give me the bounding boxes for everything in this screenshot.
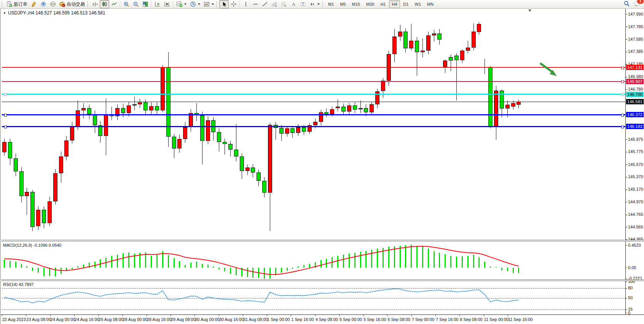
- date-label[interactable]: 23 Aug 08:00: [26, 317, 51, 322]
- timeframe-D1[interactable]: D1: [401, 0, 411, 8]
- chart-window[interactable]: [0, 9, 644, 324]
- date-label[interactable]: 24 Aug 00:00: [51, 317, 75, 322]
- chart-forward-button[interactable]: [153, 0, 162, 8]
- price-tick-label[interactable]: 145.370: [628, 174, 643, 179]
- timeframe-H4[interactable]: H4: [389, 0, 400, 8]
- date-label[interactable]: 7 Sep 16:00: [436, 317, 458, 322]
- price-tick-label[interactable]: 147.385: [628, 49, 643, 54]
- date-label[interactable]: 30 Aug 00:00: [195, 317, 220, 322]
- hline-146.907[interactable]: [2, 81, 625, 82]
- bar-chart-button[interactable]: [90, 0, 100, 8]
- timeframe-M1[interactable]: M1: [325, 0, 336, 8]
- pane-divider[interactable]: [0, 279, 644, 281]
- chevron-down-icon[interactable]: ▼: [3, 11, 6, 15]
- price-tick-label[interactable]: 144.565: [628, 225, 643, 229]
- price-tick-label[interactable]: 147.585: [628, 37, 643, 41]
- date-label[interactable]: 11 Sep 00:00: [484, 317, 509, 322]
- chart-shift-button[interactable]: [162, 0, 172, 8]
- horizontal-line-button[interactable]: [250, 0, 260, 8]
- hline-146.372[interactable]: [2, 114, 625, 115]
- date-label[interactable]: 8 Sep 08:00: [460, 317, 482, 322]
- hline-handle[interactable]: [4, 126, 7, 128]
- line-chart-button[interactable]: [109, 0, 119, 8]
- profiles-icon: [30, 1, 37, 8]
- trendline-button[interactable]: [260, 0, 269, 8]
- new-chart-button[interactable]: [174, 0, 188, 8]
- price-tick-label[interactable]: 144.970: [628, 200, 643, 204]
- price-tick-label[interactable]: 145.775: [628, 149, 643, 154]
- date-label[interactable]: 28 Aug 16:00: [147, 317, 172, 322]
- hline-handle[interactable]: [621, 126, 624, 128]
- crosshair-button[interactable]: [229, 0, 238, 8]
- date-label[interactable]: 24 Aug 16:00: [75, 317, 99, 322]
- zoom-out-button[interactable]: [131, 0, 140, 8]
- vertical-line-button[interactable]: [241, 0, 250, 8]
- timeframe-W1[interactable]: W1: [412, 0, 424, 8]
- price-tick-label[interactable]: 144.765: [628, 212, 643, 217]
- zoom-in-button[interactable]: [121, 0, 131, 8]
- price-tick-label[interactable]: 146.780: [628, 87, 643, 91]
- date-label[interactable]: 22 Aug 2023: [2, 317, 26, 322]
- timeframe-H1[interactable]: H1: [378, 0, 388, 8]
- channel-button[interactable]: E: [269, 0, 279, 8]
- hline-handle[interactable]: [4, 114, 7, 117]
- price-tick-label[interactable]: 145.570: [628, 162, 643, 167]
- fibonacci-button[interactable]: F: [279, 0, 289, 8]
- candle-body: [217, 132, 221, 142]
- date-label[interactable]: 30 Aug 16:00: [219, 317, 244, 322]
- date-label[interactable]: 7 Sep 00:00: [412, 317, 434, 322]
- timeframe-M15[interactable]: M15: [349, 0, 363, 8]
- hline-147.131[interactable]: [2, 67, 625, 68]
- date-label[interactable]: 28 Aug 00:00: [123, 317, 147, 322]
- hline-146.183[interactable]: [2, 126, 625, 127]
- date-label[interactable]: 31 Aug 08:00: [243, 317, 268, 322]
- svg-text:F: F: [285, 5, 286, 7]
- timeframe-MN[interactable]: MN: [424, 0, 436, 8]
- hline-handle[interactable]: [621, 67, 624, 69]
- date-label[interactable]: 5 Sep 16:00: [363, 317, 386, 322]
- candlestick-chart-button[interactable]: [100, 0, 109, 8]
- price-tick-label[interactable]: 147.785: [628, 24, 643, 29]
- date-label[interactable]: 11 Sep 16:00: [508, 317, 533, 322]
- price-tick-label[interactable]: 145.975: [628, 137, 643, 142]
- date-label[interactable]: 25 Aug 08:00: [99, 317, 123, 322]
- timeframe-M30[interactable]: M30: [363, 0, 377, 8]
- indicators-button[interactable]: [202, 0, 215, 8]
- text-button[interactable]: A: [289, 0, 298, 8]
- candle-body: [70, 127, 74, 140]
- hline-handle[interactable]: [621, 93, 624, 96]
- price-tick-label[interactable]: 146.980: [628, 74, 643, 79]
- cursor-button[interactable]: [219, 0, 229, 8]
- autotrading-button[interactable]: 自动交易: [57, 0, 86, 8]
- profiles-button[interactable]: [29, 0, 38, 8]
- date-label[interactable]: 29 Aug 08:00: [171, 317, 196, 322]
- hline-handle[interactable]: [4, 93, 7, 96]
- candle-body: [19, 171, 24, 196]
- price-tick-label[interactable]: 147.990: [628, 12, 643, 16]
- date-label[interactable]: 4 Sep 08:00: [316, 317, 338, 322]
- green-arrow-icon[interactable]: [538, 61, 560, 79]
- hline-handle[interactable]: [621, 80, 624, 83]
- date-label[interactable]: 5 Sep 00:00: [340, 317, 362, 322]
- signals-button[interactable]: [48, 0, 57, 8]
- tile-windows-button[interactable]: [140, 0, 150, 8]
- periods-button[interactable]: [188, 0, 202, 8]
- timeframe-M5[interactable]: M5: [337, 0, 348, 8]
- search-icon[interactable]: [623, 0, 630, 8]
- arrows-button[interactable]: [308, 0, 321, 8]
- new-order-button[interactable]: 新订单: [5, 0, 29, 8]
- autotrading-icon: [59, 1, 65, 8]
- hline-146.700[interactable]: [2, 94, 625, 95]
- candle-body: [454, 56, 459, 60]
- date-label[interactable]: 1 Sep 00:00: [267, 317, 290, 322]
- hline-146.581[interactable]: [2, 102, 625, 102]
- chart-shift-marker[interactable]: [528, 10, 531, 12]
- pane-divider[interactable]: [0, 240, 644, 241]
- text-label-button[interactable]: T: [298, 0, 308, 8]
- hline-handle[interactable]: [621, 114, 624, 117]
- metaeditor-button[interactable]: [38, 0, 48, 8]
- price-tick-label[interactable]: 145.170: [628, 187, 643, 192]
- date-label[interactable]: 1 Sep 16:00: [291, 317, 314, 322]
- notifications-button[interactable]: 1: [634, 0, 641, 8]
- date-label[interactable]: 6 Sep 08:00: [387, 317, 410, 322]
